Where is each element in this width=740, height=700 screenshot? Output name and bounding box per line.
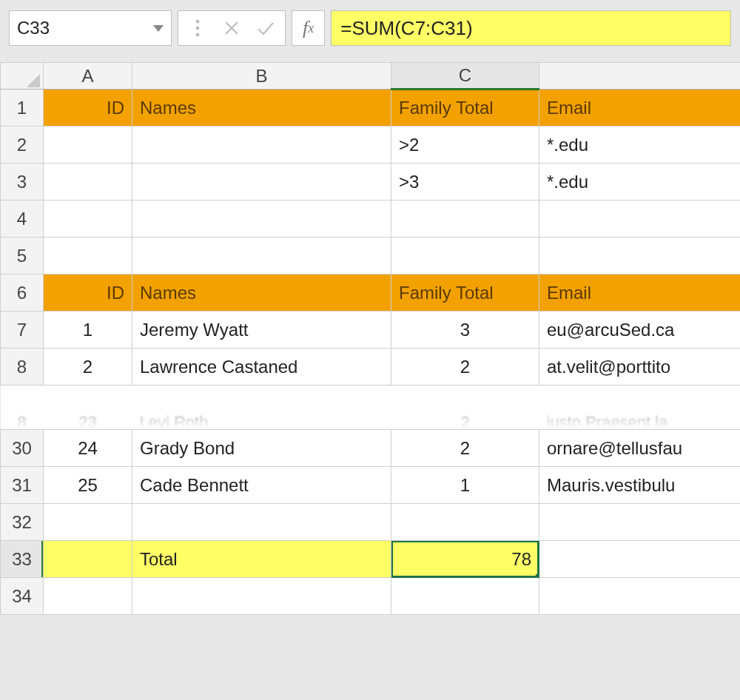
criteria-row: 3 >3 *.edu: [1, 164, 741, 201]
cell[interactable]: [44, 541, 132, 578]
cell[interactable]: [539, 541, 741, 578]
cell[interactable]: Names: [132, 90, 391, 127]
cell-name[interactable]: Grady Bond: [132, 430, 391, 467]
row-header[interactable]: 2: [1, 127, 44, 164]
cell[interactable]: [44, 127, 132, 164]
cell[interactable]: ID: [44, 90, 132, 127]
row-header[interactable]: 33: [1, 541, 44, 578]
cell[interactable]: [132, 201, 391, 238]
chevron-down-icon[interactable]: [153, 25, 164, 32]
cell[interactable]: *.edu: [539, 164, 741, 201]
row-header[interactable]: 3: [1, 164, 44, 201]
row-header[interactable]: 7: [1, 312, 44, 349]
cell-id[interactable]: 2: [44, 349, 132, 386]
cell[interactable]: [44, 201, 132, 238]
dots-icon[interactable]: [181, 12, 214, 44]
cell[interactable]: [132, 238, 391, 275]
col-header-C[interactable]: C: [391, 63, 539, 90]
ghost-row: 8 23 Levi Roth 2 justo.Praesent.la: [1, 413, 741, 430]
cell-email[interactable]: at.velit@porttito: [539, 349, 741, 386]
cell-family[interactable]: 3: [391, 312, 539, 349]
empty-row: 5: [1, 238, 741, 275]
cell[interactable]: [391, 504, 539, 541]
row-header[interactable]: 31: [1, 467, 44, 504]
cell[interactable]: ID: [44, 275, 132, 312]
cancel-icon[interactable]: [215, 12, 248, 44]
cell-name[interactable]: Jeremy Wyatt: [132, 312, 391, 349]
spreadsheet-grid[interactable]: A B C 1 ID Names Family Total Email 2 >2…: [0, 62, 740, 615]
total-row: 33 Total 78: [1, 541, 741, 578]
cell[interactable]: [539, 578, 741, 615]
cell-email[interactable]: eu@arcuSed.ca: [539, 312, 741, 349]
name-box[interactable]: C33: [9, 10, 172, 46]
cell-name[interactable]: Cade Bennett: [132, 467, 391, 504]
total-value-cell[interactable]: 78: [391, 541, 539, 578]
enter-icon[interactable]: [249, 12, 282, 44]
cell-family[interactable]: 2: [391, 430, 539, 467]
cell-name[interactable]: Lawrence Castaned: [132, 349, 391, 386]
cell-email[interactable]: Mauris.vestibulu: [539, 467, 741, 504]
cell[interactable]: [539, 504, 741, 541]
cell[interactable]: [44, 238, 132, 275]
empty-row: 4: [1, 201, 741, 238]
criteria-row: 2 >2 *.edu: [1, 127, 741, 164]
formula-input[interactable]: =SUM(C7:C31): [331, 10, 731, 46]
cell[interactable]: [132, 504, 391, 541]
cell[interactable]: [132, 164, 391, 201]
row-header[interactable]: 4: [1, 201, 44, 238]
cell-family[interactable]: 2: [391, 349, 539, 386]
cell[interactable]: [132, 578, 391, 615]
cell[interactable]: [132, 127, 391, 164]
cell[interactable]: [539, 201, 741, 238]
cell[interactable]: *.edu: [539, 127, 741, 164]
cell[interactable]: Email: [539, 275, 741, 312]
cell[interactable]: [539, 238, 741, 275]
name-box-value: C33: [17, 18, 50, 38]
data-row: 30 24 Grady Bond 2 ornare@tellusfau: [1, 430, 741, 467]
cell[interactable]: [44, 504, 132, 541]
formula-buttons: [178, 10, 286, 46]
cell-id[interactable]: 24: [44, 430, 132, 467]
data-row: 31 25 Cade Bennett 1 Mauris.vestibulu: [1, 467, 741, 504]
svg-marker-5: [27, 74, 40, 87]
cell[interactable]: Names: [132, 275, 391, 312]
cell[interactable]: [391, 578, 539, 615]
svg-point-2: [196, 33, 199, 36]
cell[interactable]: [391, 201, 539, 238]
empty-row: 32: [1, 504, 741, 541]
cell[interactable]: [391, 238, 539, 275]
row-header[interactable]: 6: [1, 275, 44, 312]
row-header[interactable]: 32: [1, 504, 44, 541]
cell[interactable]: >2: [391, 127, 539, 164]
row-header[interactable]: 5: [1, 238, 44, 275]
cell-id[interactable]: 25: [44, 467, 132, 504]
total-label-cell[interactable]: Total: [132, 541, 391, 578]
select-all-corner[interactable]: [1, 63, 44, 90]
formula-bar: C33 fx =SUM(C7:C31): [0, 0, 740, 56]
cell[interactable]: >3: [391, 164, 539, 201]
empty-row: 34: [1, 578, 741, 615]
column-header-row: A B C: [1, 63, 741, 90]
fx-icon[interactable]: fx: [292, 10, 325, 46]
col-header-B[interactable]: B: [132, 63, 391, 90]
row-header[interactable]: 34: [1, 578, 44, 615]
data-row: 8 2 Lawrence Castaned 2 at.velit@porttit…: [1, 349, 741, 386]
cell[interactable]: Family Total: [391, 275, 539, 312]
col-header-A[interactable]: A: [44, 63, 132, 90]
cell[interactable]: Email: [539, 90, 741, 127]
formula-text: =SUM(C7:C31): [340, 17, 472, 40]
cell[interactable]: [44, 164, 132, 201]
cell[interactable]: Family Total: [391, 90, 539, 127]
col-header-D[interactable]: [539, 63, 741, 90]
cell-family[interactable]: 1: [391, 467, 539, 504]
cell-id[interactable]: 1: [44, 312, 132, 349]
row-header[interactable]: 1: [1, 90, 44, 127]
row-header[interactable]: 8: [1, 349, 44, 386]
data-header-row: 6 ID Names Family Total Email: [1, 275, 741, 312]
row-header[interactable]: 30: [1, 430, 44, 467]
cell-email[interactable]: ornare@tellusfau: [539, 430, 741, 467]
cell[interactable]: [44, 578, 132, 615]
criteria-header-row: 1 ID Names Family Total Email: [1, 90, 741, 127]
data-row: 7 1 Jeremy Wyatt 3 eu@arcuSed.ca: [1, 312, 741, 349]
svg-point-0: [196, 20, 199, 23]
